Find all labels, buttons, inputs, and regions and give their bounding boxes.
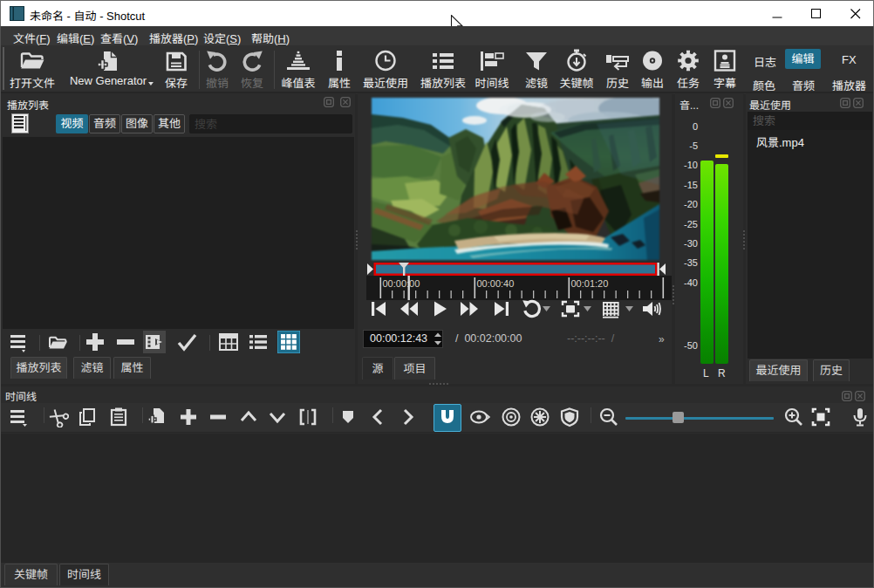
svg-text:00:01:20: 00:01:20: [571, 278, 609, 289]
svg-text:00:00:40: 00:00:40: [477, 278, 515, 289]
svg-text:00:00:00: 00:00:00: [383, 278, 420, 289]
